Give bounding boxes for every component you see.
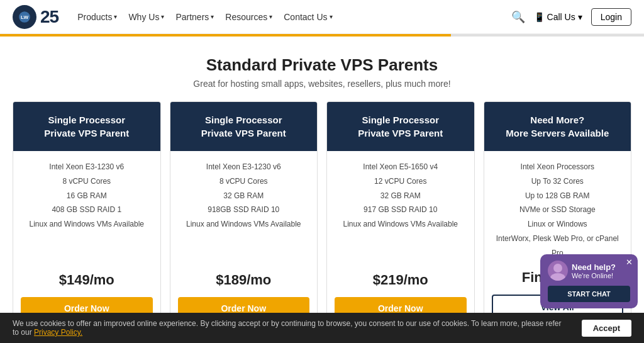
spec-item: 12 vCPU Cores xyxy=(335,174,467,189)
card-3: Single ProcessorPrivate VPS Parent Intel… xyxy=(326,101,475,327)
standard-cards-grid: Single ProcessorPrivate VPS Parent Intel… xyxy=(13,101,631,327)
svg-text:LW: LW xyxy=(21,14,28,20)
phone-icon: 📱 xyxy=(534,12,545,22)
spec-item: Intel Xeon E3-1230 v6 xyxy=(178,160,310,174)
call-us-button[interactable]: 📱 Call Us ▾ xyxy=(534,12,582,22)
privacy-policy-link[interactable]: Privacy Policy. xyxy=(34,328,82,337)
spec-item: NVMe or SSD Storage xyxy=(492,203,624,217)
spec-item: Intel Xeon Processors xyxy=(492,160,624,174)
chat-widget: ✕ Need help? We're Online! START CHAT xyxy=(540,254,638,308)
spec-item: Linux and Windows VMs Available xyxy=(335,217,467,232)
nav-links: Products ▾ Why Us ▾ Partners ▾ Resources… xyxy=(77,12,511,22)
spec-item: Intel Xeon E3-1230 v6 xyxy=(21,160,153,174)
card-1-specs: Intel Xeon E3-1230 v6 8 vCPU Cores 16 GB… xyxy=(21,160,153,232)
chevron-down-icon: ▾ xyxy=(330,13,333,20)
section1-title: Standard Private VPS Parents xyxy=(13,55,631,75)
card-2-price: $189/mo xyxy=(178,272,310,288)
nav-why-us[interactable]: Why Us ▾ xyxy=(128,12,164,22)
spec-item: 918GB SSD RAID 10 xyxy=(178,203,310,217)
card-3-specs: Intel Xeon E5-1650 v4 12 vCPU Cores 32 G… xyxy=(335,160,467,232)
card-2-specs: Intel Xeon E3-1230 v6 8 vCPU Cores 32 GB… xyxy=(178,160,310,232)
spec-item: 32 GB RAM xyxy=(178,189,310,203)
nav-products[interactable]: Products ▾ xyxy=(77,12,117,22)
chat-subtitle: We're Online! xyxy=(572,272,616,279)
spec-item: 16 GB RAM xyxy=(21,189,153,203)
logo-25-text: 25 xyxy=(40,7,58,27)
nav-partners[interactable]: Partners ▾ xyxy=(175,12,214,22)
search-icon[interactable]: 🔍 xyxy=(511,10,525,24)
chevron-down-icon: ▾ xyxy=(114,13,117,20)
chevron-down-icon: ▾ xyxy=(578,12,582,22)
nav-actions: 🔍 📱 Call Us ▾ Login xyxy=(511,8,631,26)
cookie-accept-button[interactable]: Accept xyxy=(582,320,631,337)
svg-point-3 xyxy=(550,273,565,281)
card-2-body: Intel Xeon E3-1230 v6 8 vCPU Cores 32 GB… xyxy=(170,151,318,326)
spec-item: 408 GB SSD RAID 1 xyxy=(21,203,153,217)
cookie-text: We use cookies to offer an improved onli… xyxy=(13,319,569,337)
spec-item: Linux or Windows xyxy=(492,217,624,232)
logo: LW 25 xyxy=(13,5,58,29)
logo-icon: LW xyxy=(13,5,36,29)
card-4-specs: Intel Xeon Processors Up To 32 Cores Up … xyxy=(492,160,624,261)
card-3-header: Single ProcessorPrivate VPS Parent xyxy=(327,102,474,151)
spec-item: 32 GB RAM xyxy=(335,189,467,203)
spec-item: Linux and Windows VMs Available xyxy=(178,217,310,232)
spec-item: 8 vCPU Cores xyxy=(21,174,153,189)
chat-title: Need help? xyxy=(572,262,616,272)
login-button[interactable]: Login xyxy=(591,8,631,26)
chat-close-icon[interactable]: ✕ xyxy=(626,257,633,267)
chevron-down-icon: ▾ xyxy=(161,13,164,20)
navbar: LW 25 Products ▾ Why Us ▾ Partners ▾ Res… xyxy=(0,0,644,34)
card-1-body: Intel Xeon E3-1230 v6 8 vCPU Cores 16 GB… xyxy=(13,151,160,326)
card-1: Single ProcessorPrivate VPS Parent Intel… xyxy=(13,101,161,327)
chevron-down-icon: ▾ xyxy=(211,13,214,20)
nav-resources[interactable]: Resources ▾ xyxy=(225,12,272,22)
card-2: Single ProcessorPrivate VPS Parent Intel… xyxy=(170,101,318,327)
nav-contact[interactable]: Contact Us ▾ xyxy=(284,12,332,22)
chat-start-button[interactable]: START CHAT xyxy=(548,286,630,302)
card-3-body: Intel Xeon E5-1650 v4 12 vCPU Cores 32 G… xyxy=(327,151,474,326)
cookie-banner: We use cookies to offer an improved onli… xyxy=(0,313,644,343)
spec-item: Linux and Windows VMs Available xyxy=(21,217,153,232)
card-2-header: Single ProcessorPrivate VPS Parent xyxy=(170,102,318,151)
svg-point-2 xyxy=(553,264,562,273)
spec-item: Intel Xeon E5-1650 v4 xyxy=(335,160,467,174)
spec-item: 917 GB SSD RAID 10 xyxy=(335,203,467,217)
spec-item: 8 vCPU Cores xyxy=(178,174,310,189)
card-4-header: Need More?More Servers Available xyxy=(484,102,631,151)
spec-item: Up to 128 GB RAM xyxy=(492,189,624,203)
card-3-price: $219/mo xyxy=(335,272,467,288)
spec-item: Up To 32 Cores xyxy=(492,174,624,189)
section1-subtitle: Great for hosting small apps, websites, … xyxy=(13,79,631,89)
section1-header: Standard Private VPS Parents Great for h… xyxy=(13,55,631,89)
card-1-price: $149/mo xyxy=(21,272,153,288)
card-1-header: Single ProcessorPrivate VPS Parent xyxy=(13,102,160,151)
chevron-down-icon: ▾ xyxy=(269,13,272,20)
